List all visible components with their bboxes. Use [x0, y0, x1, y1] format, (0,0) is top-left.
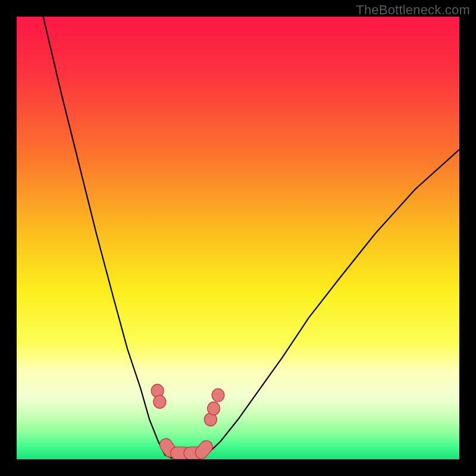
marker-point — [154, 395, 166, 408]
marker-point — [193, 438, 215, 459]
watermark-text: TheBottleneck.com — [356, 2, 470, 18]
bottleneck-curve — [43, 17, 459, 459]
marker-point — [212, 389, 224, 402]
marker-point — [208, 402, 220, 415]
chart-plot — [17, 17, 459, 459]
chart-frame — [17, 17, 459, 459]
